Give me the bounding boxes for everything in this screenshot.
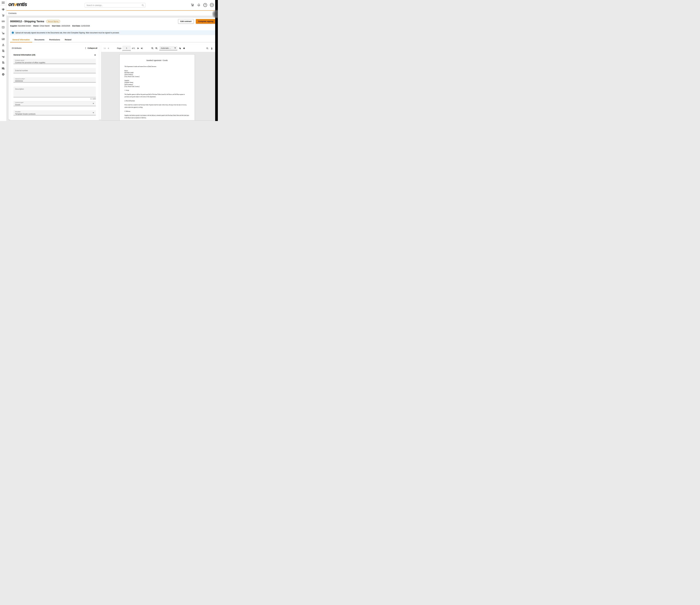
question-mark-icon: ? — [203, 3, 207, 7]
download-button[interactable] — [211, 47, 213, 49]
sidebar-item-orders[interactable] — [0, 30, 6, 36]
scale-clock-icon — [2, 55, 5, 58]
previous-page-button[interactable] — [107, 47, 109, 49]
hand-icon — [183, 47, 185, 49]
handshake-icon — [2, 20, 5, 23]
document-dollar-icon: $ — [2, 61, 5, 64]
avatar-initials: CM — [210, 3, 214, 7]
search-input[interactable] — [85, 3, 146, 7]
field-internal-number[interactable]: Internal number* 00000034 — [14, 77, 96, 82]
sidebar-item-auctions[interactable] — [0, 54, 6, 60]
onventis-logo[interactable]: onventis — [8, 1, 27, 8]
search-icon — [206, 47, 208, 49]
dropdown-caret-icon — [174, 48, 176, 49]
dropdown-caret-icon — [93, 103, 94, 104]
sidebar-item-procurement[interactable] — [0, 13, 6, 19]
tab-permissions[interactable]: Permissions — [47, 38, 62, 42]
document-paragraph: The Supplier agrees to deliver the goods… — [124, 93, 190, 98]
sidebar-item-catalogs[interactable] — [0, 24, 6, 30]
collapse-icon — [84, 47, 86, 49]
catalog-book-icon — [2, 26, 5, 29]
select-tool-button[interactable] — [179, 47, 181, 49]
contract-card: 00000012 - Shipping Terms Manual Signing… — [8, 18, 217, 120]
contract-meta: Supplier:BüroWelt GmbH Owner:Chloé Marti… — [10, 25, 216, 27]
document-paragraph: This Agreement is made and entered into … — [124, 66, 190, 68]
complete-signing-button[interactable]: Complete signing — [196, 19, 216, 24]
hand-truck-icon — [2, 14, 5, 17]
tab-related[interactable]: Related — [62, 38, 74, 42]
user-avatar[interactable]: CM — [210, 3, 214, 7]
info-icon: i — [12, 32, 14, 34]
attributes-count: 29 Attributes — [12, 47, 22, 49]
dropdown-caret-icon — [93, 112, 94, 113]
sidebar-item-invoices[interactable]: $ — [0, 60, 6, 66]
cart-button[interactable] — [191, 3, 194, 7]
bell-icon — [197, 3, 200, 7]
shopping-cart-icon — [2, 32, 5, 35]
page-total: of 1 — [132, 47, 135, 49]
field-external-number[interactable]: External number — [14, 68, 96, 73]
section-general-information[interactable]: General Information (10) — [14, 54, 96, 56]
last-page-icon — [141, 47, 143, 49]
previous-page-icon — [107, 47, 109, 49]
zoom-in-button[interactable] — [155, 47, 158, 49]
sidebar-item-marketplace[interactable] — [0, 7, 6, 13]
document-heading: 1. Scope — [124, 90, 190, 91]
description-char-counter: 0 / 1000 — [14, 98, 96, 100]
bar-chart-icon — [2, 38, 5, 41]
catalog-search — [85, 3, 146, 7]
page-number-input[interactable] — [122, 46, 131, 51]
field-description[interactable]: Description — [14, 87, 96, 97]
zoom-level-select[interactable]: Automatic ... — [159, 46, 177, 50]
page-label: Page — [117, 47, 121, 49]
next-page-button[interactable] — [138, 47, 139, 49]
hamburger-menu-icon[interactable] — [0, 0, 6, 5]
tab-documents[interactable]: Documents — [32, 38, 47, 42]
document-paragraph: Prices shall be as stated in the Purchas… — [124, 104, 190, 108]
zoom-out-button[interactable] — [151, 47, 154, 49]
supplier-value: BüroWelt GmbH — [18, 25, 31, 27]
collapse-section-icon — [94, 54, 96, 55]
cursor-icon — [179, 47, 181, 49]
bee-icon — [2, 8, 5, 11]
first-page-icon — [104, 47, 106, 49]
document-title: Standard Agreement - Goods — [124, 59, 190, 62]
collapse-all-button[interactable]: Collapse all — [84, 47, 97, 49]
sidebar-item-analytics[interactable] — [0, 36, 6, 42]
top-bar: onventis ? CM — [6, 0, 218, 10]
checklist-icon — [2, 67, 5, 70]
document-paragraph: Supplier shall deliver goods in accordan… — [124, 114, 190, 119]
sidebar-item-contracts[interactable] — [0, 19, 6, 24]
sidebar-item-approvals[interactable] — [0, 66, 6, 71]
document-search-button[interactable] — [206, 47, 208, 49]
first-page-button[interactable] — [104, 47, 106, 49]
field-template[interactable]: Template Template Goods contracts — [14, 110, 96, 115]
zoom-in-icon — [155, 47, 158, 49]
last-page-button[interactable] — [141, 47, 143, 49]
app-sidebar: $ — [0, 0, 6, 121]
document-paragraph: Supplier: [Supplier Name] [Street Addres… — [124, 79, 190, 88]
field-contract-type[interactable]: Contract type* Goods — [14, 101, 96, 106]
status-badge: Manual Signing — [46, 20, 60, 23]
help-button[interactable]: ? — [203, 3, 207, 7]
zoom-out-icon — [151, 47, 154, 49]
sidebar-item-users[interactable] — [0, 42, 6, 48]
sidebar-item-settings[interactable] — [0, 71, 6, 77]
search-icon[interactable] — [142, 4, 144, 6]
tab-general-information[interactable]: General Information — [10, 38, 32, 42]
hand-tool-button[interactable] — [183, 47, 185, 49]
edit-contract-button[interactable]: Edit contract — [178, 19, 194, 24]
breadcrumb[interactable]: Contracts — [8, 12, 17, 14]
document-percent-icon — [2, 49, 5, 52]
end-date-value: 21/02/2026 — [81, 25, 90, 27]
sidebar-item-offers[interactable] — [0, 48, 6, 54]
pdf-canvas-area[interactable]: Standard Agreement - Goods This Agreemen… — [101, 52, 216, 120]
notifications-button[interactable] — [197, 3, 200, 7]
download-icon — [211, 47, 213, 49]
attributes-panel: 29 Attributes Collapse all General Infor… — [10, 45, 99, 120]
page-curl-artifact — [212, 10, 218, 18]
owner-value: Chloé Martin — [40, 25, 50, 27]
field-contract-name[interactable]: Contract name* Contract for provision of… — [14, 59, 96, 64]
pdf-toolbar: Page of 1 — [101, 45, 216, 52]
page-title: 00000012 - Shipping Terms — [10, 20, 44, 23]
